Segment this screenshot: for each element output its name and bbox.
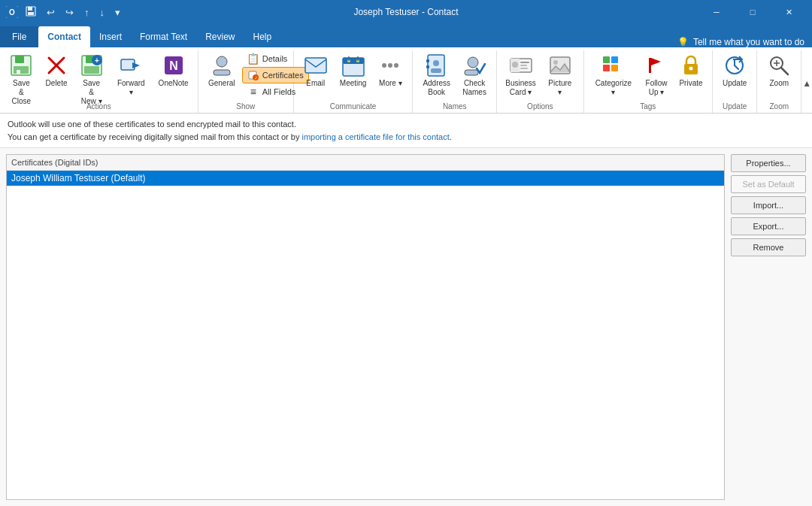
more-label: More ▾ bbox=[379, 79, 402, 88]
cert-name: Joseph William Testuser bbox=[11, 173, 108, 183]
details-label: Details bbox=[262, 54, 288, 63]
window-title: Joseph Testuser - Contact bbox=[353, 7, 458, 17]
general-icon bbox=[210, 53, 234, 77]
general-button[interactable]: General bbox=[203, 50, 241, 98]
picture-button[interactable]: Picture ▾ bbox=[541, 50, 579, 98]
cert-list: Joseph William Testuser (Default) bbox=[7, 171, 724, 499]
qat-undo[interactable]: ↩ bbox=[44, 5, 58, 20]
save-new-button[interactable]: + Save &New ▾ bbox=[74, 50, 108, 98]
zoom-button[interactable]: Zoom bbox=[762, 50, 796, 98]
ribbon-group-actions: Save &Close Delete bbox=[0, 50, 198, 113]
svg-rect-13 bbox=[84, 66, 99, 74]
svg-rect-21 bbox=[214, 70, 230, 75]
qat-more[interactable]: ▾ bbox=[112, 5, 123, 20]
certificate-panel: Certificates (Digital IDs) Joseph Willia… bbox=[6, 154, 725, 500]
svg-text:N: N bbox=[169, 59, 178, 72]
more-icon bbox=[378, 53, 402, 77]
close-button[interactable]: ✕ bbox=[771, 0, 806, 24]
delete-button[interactable]: Delete bbox=[40, 50, 74, 98]
ribbon-group-options: BusinessCard ▾ Picture ▾ Options bbox=[497, 50, 584, 113]
import-link[interactable]: importing a certificate file for this co… bbox=[302, 132, 450, 141]
private-button[interactable]: Private bbox=[674, 50, 707, 98]
properties-button[interactable]: Properties... bbox=[731, 154, 806, 172]
main-content: Certificates (Digital IDs) Joseph Willia… bbox=[0, 148, 812, 506]
delete-icon bbox=[44, 53, 68, 77]
cert-row[interactable]: Joseph William Testuser (Default) bbox=[7, 171, 724, 186]
communicate-group-label: Communicate bbox=[294, 102, 413, 111]
options-group-label: Options bbox=[497, 102, 583, 111]
more-button[interactable]: More ▾ bbox=[373, 50, 408, 98]
meeting-icon bbox=[341, 53, 365, 77]
forward-button[interactable]: Forward ▾ bbox=[110, 50, 152, 98]
tab-review[interactable]: Review bbox=[196, 26, 244, 47]
title-bar-left: O ↩ ↪ ↑ ↓ ▾ bbox=[6, 5, 123, 20]
update-button[interactable]: Update bbox=[717, 50, 752, 98]
ribbon-group-communicate: Email Meeting bbox=[294, 50, 414, 113]
ribbon-search[interactable]: 💡 Tell me what you want to do bbox=[670, 37, 812, 47]
cert-panel-title: Certificates (Digital IDs) bbox=[7, 155, 724, 171]
all-fields-label: All Fields bbox=[262, 87, 296, 96]
qat-up[interactable]: ↑ bbox=[81, 5, 92, 20]
svg-rect-6 bbox=[15, 56, 24, 63]
business-card-button[interactable]: BusinessCard ▾ bbox=[501, 50, 540, 98]
svg-rect-54 bbox=[649, 58, 651, 73]
certificates-icon: ✓ bbox=[247, 69, 259, 81]
ribbon-tabs: File Contact Insert Format Text Review H… bbox=[0, 24, 812, 47]
svg-text:O: O bbox=[9, 8, 15, 17]
meeting-label: Meeting bbox=[340, 79, 367, 88]
svg-point-57 bbox=[689, 67, 693, 71]
follow-up-label: FollowUp ▾ bbox=[646, 79, 668, 97]
categorize-button[interactable]: Categorize ▾ bbox=[589, 50, 638, 98]
picture-icon bbox=[548, 53, 572, 77]
all-fields-icon: ≡ bbox=[247, 86, 259, 98]
title-bar: O ↩ ↪ ↑ ↓ ▾ Joseph Testuser - Contact ─ … bbox=[0, 0, 812, 24]
cert-tag: (Default) bbox=[111, 173, 146, 183]
ribbon-group-update: Update Update bbox=[713, 50, 757, 113]
show-group-label: Show bbox=[198, 102, 293, 111]
svg-rect-46 bbox=[520, 65, 527, 66]
svg-point-44 bbox=[512, 62, 518, 68]
svg-point-32 bbox=[382, 63, 386, 68]
minimize-button[interactable]: ─ bbox=[699, 0, 734, 24]
tab-insert[interactable]: Insert bbox=[90, 26, 131, 47]
follow-up-button[interactable]: FollowUp ▾ bbox=[640, 50, 673, 98]
tab-file[interactable]: File bbox=[0, 26, 38, 47]
zoom-group-label: Zoom bbox=[757, 102, 801, 111]
qat-save[interactable] bbox=[23, 5, 39, 20]
tab-contact[interactable]: Contact bbox=[38, 26, 90, 47]
maximize-button[interactable]: □ bbox=[735, 0, 770, 24]
onenote-button[interactable]: N OneNote bbox=[154, 50, 193, 98]
general-label: General bbox=[208, 79, 235, 88]
meeting-button[interactable]: Meeting bbox=[335, 50, 372, 98]
categorize-icon bbox=[601, 53, 626, 77]
address-book-button[interactable]: AddressBook bbox=[417, 50, 456, 98]
svg-point-34 bbox=[394, 63, 398, 68]
svg-line-61 bbox=[781, 68, 788, 74]
check-names-button[interactable]: CheckNames bbox=[457, 50, 492, 98]
svg-rect-51 bbox=[611, 56, 618, 63]
email-button[interactable]: Email bbox=[298, 50, 333, 98]
qat-down[interactable]: ↓ bbox=[97, 5, 108, 20]
export-button[interactable]: Export... bbox=[731, 217, 806, 235]
ribbon-collapse-button[interactable]: ▲ bbox=[801, 50, 812, 114]
address-book-icon bbox=[425, 53, 449, 77]
business-card-icon bbox=[509, 53, 533, 77]
svg-rect-4 bbox=[28, 12, 34, 15]
search-label: Tell me what you want to do bbox=[693, 37, 804, 47]
svg-point-38 bbox=[433, 60, 439, 66]
qat-redo[interactable]: ↪ bbox=[62, 5, 77, 20]
private-icon bbox=[679, 53, 703, 77]
tab-help[interactable]: Help bbox=[244, 26, 281, 47]
categorize-label: Categorize ▾ bbox=[594, 79, 633, 97]
address-book-label: AddressBook bbox=[423, 79, 450, 97]
save-close-button[interactable]: Save &Close bbox=[5, 50, 38, 98]
tab-format-text[interactable]: Format Text bbox=[131, 26, 196, 47]
tags-group-label: Tags bbox=[584, 102, 712, 111]
svg-rect-25 bbox=[305, 58, 326, 73]
ribbon-group-show: General 📋 Details ✓ Certifica bbox=[198, 50, 294, 113]
svg-text:✓: ✓ bbox=[253, 76, 257, 80]
remove-button[interactable]: Remove bbox=[731, 238, 806, 256]
set-default-button[interactable]: Set as Default bbox=[731, 175, 806, 193]
zoom-icon bbox=[767, 53, 791, 77]
import-button[interactable]: Import... bbox=[731, 196, 806, 214]
